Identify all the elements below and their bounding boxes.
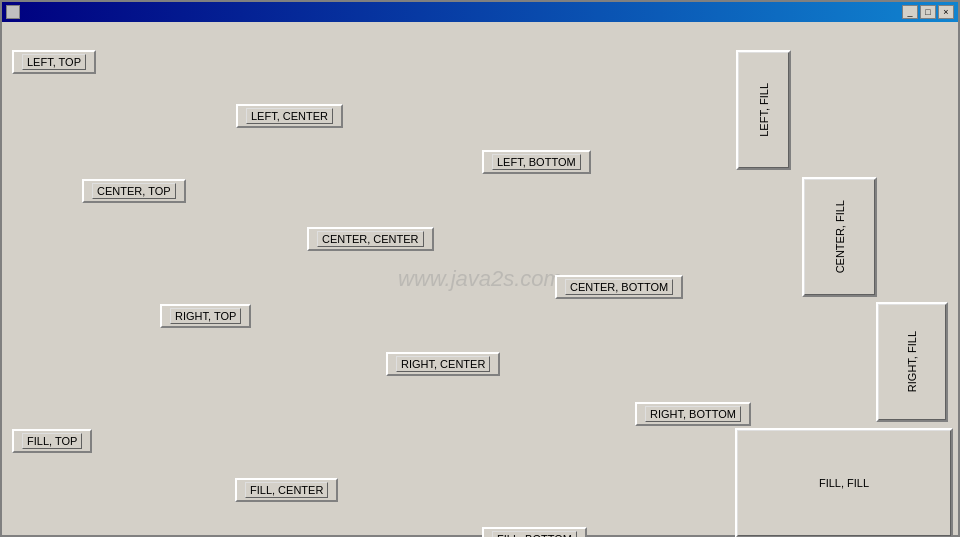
right-top-button[interactable]: RIGHT, TOP: [160, 304, 251, 328]
center-center-label: CENTER, CENTER: [317, 231, 424, 247]
fill-top-label: FILL, TOP: [22, 433, 82, 449]
left-fill-label: LEFT, FILL: [758, 83, 770, 137]
center-center-button[interactable]: CENTER, CENTER: [307, 227, 434, 251]
titlebar-left: [6, 5, 20, 19]
fill-fill-label: FILL, FILL: [819, 477, 869, 489]
right-center-label: RIGHT, CENTER: [396, 356, 490, 372]
maximize-button[interactable]: □: [920, 5, 936, 19]
titlebar-buttons[interactable]: _ □ ×: [902, 5, 954, 19]
left-fill-button[interactable]: LEFT, FILL: [736, 50, 791, 170]
left-bottom-label: LEFT, BOTTOM: [492, 154, 581, 170]
left-center-button[interactable]: LEFT, CENTER: [236, 104, 343, 128]
fill-fill-button[interactable]: FILL, FILL: [735, 428, 953, 537]
right-fill-label: RIGHT, FILL: [906, 331, 918, 392]
left-bottom-button[interactable]: LEFT, BOTTOM: [482, 150, 591, 174]
fill-bottom-button[interactable]: FILL, BOTTOM: [482, 527, 587, 537]
titlebar: _ □ ×: [2, 2, 958, 22]
center-top-button[interactable]: CENTER, TOP: [82, 179, 186, 203]
left-center-label: LEFT, CENTER: [246, 108, 333, 124]
left-top-button[interactable]: LEFT, TOP: [12, 50, 96, 74]
watermark: www.java2s.com: [398, 266, 562, 292]
fill-top-button[interactable]: FILL, TOP: [12, 429, 92, 453]
right-fill-button[interactable]: RIGHT, FILL: [876, 302, 948, 422]
center-fill-button[interactable]: CENTER, FILL: [802, 177, 877, 297]
window-icon: [6, 5, 20, 19]
center-bottom-label: CENTER, BOTTOM: [565, 279, 673, 295]
fill-bottom-label: FILL, BOTTOM: [492, 531, 577, 537]
main-window: _ □ × www.java2s.com LEFT, TOPLEFT, CENT…: [0, 0, 960, 537]
content-area: www.java2s.com LEFT, TOPLEFT, CENTERLEFT…: [2, 22, 958, 535]
right-bottom-button[interactable]: RIGHT, BOTTOM: [635, 402, 751, 426]
right-center-button[interactable]: RIGHT, CENTER: [386, 352, 500, 376]
fill-center-label: FILL, CENTER: [245, 482, 328, 498]
close-button[interactable]: ×: [938, 5, 954, 19]
fill-center-button[interactable]: FILL, CENTER: [235, 478, 338, 502]
center-bottom-button[interactable]: CENTER, BOTTOM: [555, 275, 683, 299]
center-fill-label: CENTER, FILL: [834, 200, 846, 273]
right-bottom-label: RIGHT, BOTTOM: [645, 406, 741, 422]
right-top-label: RIGHT, TOP: [170, 308, 241, 324]
minimize-button[interactable]: _: [902, 5, 918, 19]
center-top-label: CENTER, TOP: [92, 183, 176, 199]
left-top-label: LEFT, TOP: [22, 54, 86, 70]
